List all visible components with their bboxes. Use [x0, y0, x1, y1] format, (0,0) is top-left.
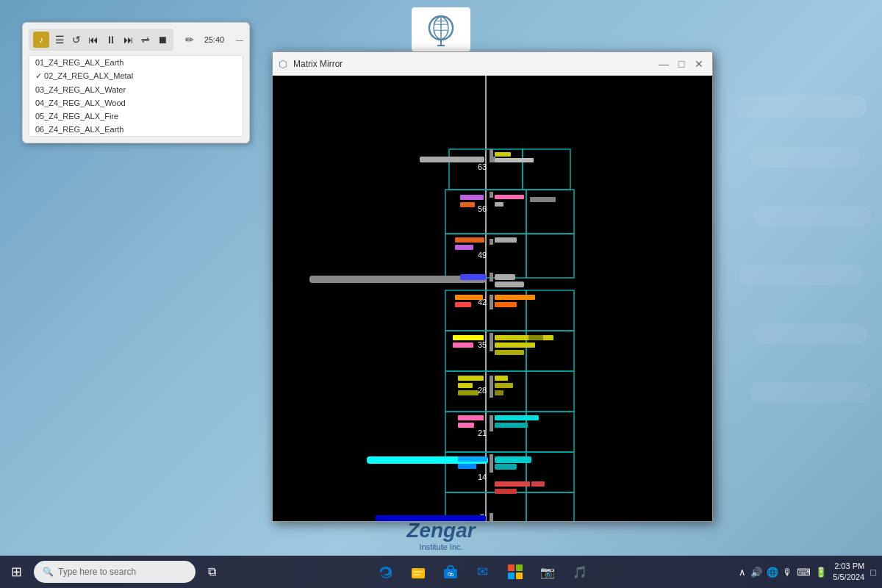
playlist-item-6[interactable]: 06_Z4_REG_ALX_Earth: [29, 123, 243, 136]
camera-icon: 📷: [539, 563, 556, 581]
taskbar-datetime[interactable]: 2:03 PM 5/5/2024: [833, 561, 864, 584]
playlist-item-4[interactable]: 04_Z4_REG_ALX_Wood: [29, 96, 243, 110]
svg-rect-71: [458, 415, 484, 420]
zengar-subtitle: Institute Inc.: [406, 542, 475, 551]
window-maximize-btn[interactable]: □: [674, 57, 689, 71]
svg-rect-86: [376, 515, 486, 521]
window-minimize-btn[interactable]: —: [656, 57, 671, 71]
svg-rect-98: [495, 152, 511, 157]
volume-icon[interactable]: 🔊: [750, 567, 762, 578]
svg-rect-37: [460, 195, 484, 200]
svg-rect-75: [495, 423, 528, 428]
start-button[interactable]: ⊞: [0, 556, 32, 588]
app7[interactable]: 🎵: [565, 556, 595, 588]
svg-rect-61: [495, 343, 535, 348]
svg-rect-84: [495, 489, 517, 494]
svg-rect-50: [495, 274, 515, 280]
music-icon: ♪: [33, 32, 49, 48]
svg-rect-100: [412, 568, 425, 578]
svg-rect-67: [490, 376, 493, 398]
playlist-item-2[interactable]: 02_Z4_REG_ALX_Metal: [29, 69, 243, 83]
taskbar-apps: 🛍 ✉ 📷 🎵: [228, 556, 737, 588]
svg-rect-63: [528, 335, 543, 340]
svg-rect-53: [455, 302, 471, 307]
prev-btn[interactable]: ⏮: [87, 34, 100, 46]
svg-rect-102: [413, 574, 420, 576]
svg-text:21: 21: [478, 429, 487, 437]
svg-rect-85: [531, 481, 545, 487]
battery-icon[interactable]: 🔋: [815, 567, 827, 578]
window-close-btn[interactable]: ✕: [692, 57, 706, 71]
svg-rect-83: [495, 481, 530, 487]
svg-rect-44: [455, 245, 473, 250]
svg-rect-52: [455, 295, 483, 300]
task-view-icon: ⧉: [203, 563, 220, 581]
taskbar: ⊞ 🔍 Type here to search ⧉: [0, 556, 882, 588]
zengar-name: Zengar: [406, 519, 475, 542]
notifications-icon[interactable]: □: [870, 567, 876, 578]
svg-rect-74: [495, 415, 539, 420]
window-titlebar: ⬡ Matrix Mirror — □ ✕: [273, 52, 712, 76]
svg-rect-42: [530, 197, 556, 202]
svg-rect-73: [490, 415, 493, 431]
svg-rect-41: [495, 202, 503, 207]
search-icon: 🔍: [43, 567, 54, 577]
store-app[interactable]: 🛍: [436, 556, 465, 588]
playlist-item-5[interactable]: 05_Z4_REG_ALX_Fire: [29, 110, 243, 123]
matrix-mirror-window: ⬡ Matrix Mirror — □ ✕ 63 56 49 42 35: [272, 51, 713, 522]
app5[interactable]: [501, 556, 530, 588]
matrix-canvas: 63 56 49 42 35 28 21 14 7: [273, 76, 712, 521]
file-explorer-icon: [409, 563, 427, 581]
edit-btn[interactable]: ✏: [184, 34, 196, 46]
search-placeholder-text: Type here to search: [58, 567, 136, 577]
playlist-item-1[interactable]: 01_Z4_REG_ALX_Earth: [29, 56, 243, 69]
app7-icon: 🎵: [571, 563, 589, 581]
shuffle-btn[interactable]: ⇌: [140, 34, 151, 46]
svg-text:63: 63: [478, 162, 487, 171]
svg-rect-68: [495, 376, 508, 381]
svg-rect-81: [458, 464, 476, 469]
svg-rect-33: [420, 157, 484, 162]
pause-btn[interactable]: ⏸: [104, 34, 118, 46]
svg-rect-59: [490, 333, 493, 351]
file-explorer-app[interactable]: [404, 556, 433, 588]
tray-chevron[interactable]: ∧: [739, 567, 746, 578]
camera-app[interactable]: 📷: [533, 556, 562, 588]
app5-icon: [506, 563, 524, 581]
mic-icon[interactable]: 🎙: [783, 567, 792, 578]
task-view-button[interactable]: ⧉: [197, 556, 226, 588]
svg-rect-79: [495, 464, 517, 470]
svg-rect-64: [458, 376, 484, 381]
taskbar-tray: ∧ 🔊 🌐 🎙 ⌨ 🔋 2:03 PM 5/5/2024 □: [739, 561, 882, 584]
playlist-toggle-btn[interactable]: ☰: [54, 34, 66, 46]
next-btn[interactable]: ⏭: [122, 34, 135, 46]
network-icon[interactable]: 🌐: [767, 567, 778, 578]
svg-rect-51: [495, 282, 524, 287]
keyboard-icon[interactable]: ⌨: [797, 567, 811, 578]
player-minimize-btn[interactable]: —: [236, 36, 243, 44]
svg-rect-62: [495, 350, 524, 355]
taskbar-search[interactable]: 🔍 Type here to search: [34, 561, 196, 583]
stop-btn[interactable]: ⏹: [156, 34, 169, 46]
svg-rect-66: [458, 390, 478, 395]
mail-icon: ✉: [474, 563, 492, 581]
svg-rect-48: [460, 274, 486, 280]
zengar-logo-top: [412, 7, 470, 51]
window-title-icon: ⬡: [279, 58, 287, 70]
svg-rect-54: [490, 295, 493, 309]
window-title-text: Matrix Mirror: [293, 59, 650, 69]
playlist-item-3[interactable]: 03_Z4_REG_ALX_Water: [29, 83, 243, 96]
svg-rect-38: [460, 202, 475, 207]
playlist: 01_Z4_REG_ALX_Earth 02_Z4_REG_ALX_Metal …: [29, 55, 243, 137]
svg-rect-60: [495, 335, 553, 340]
svg-rect-72: [458, 423, 474, 428]
svg-rect-55: [495, 295, 535, 300]
repeat-btn[interactable]: ↺: [71, 34, 82, 46]
svg-rect-46: [495, 237, 517, 243]
clock-time: 2:03 PM: [833, 561, 864, 572]
clock-date: 5/5/2024: [833, 572, 864, 583]
zengar-bottom-logo: Zengar Institute Inc.: [406, 519, 475, 551]
media-player[interactable]: ♪ ☰ ↺ ⏮ ⏸ ⏭ ⇌ ⏹ ✏ 25:40 — 01_Z4_REG_ALX_…: [22, 22, 250, 143]
edge-app[interactable]: [371, 556, 401, 588]
mail-app[interactable]: ✉: [468, 556, 498, 588]
